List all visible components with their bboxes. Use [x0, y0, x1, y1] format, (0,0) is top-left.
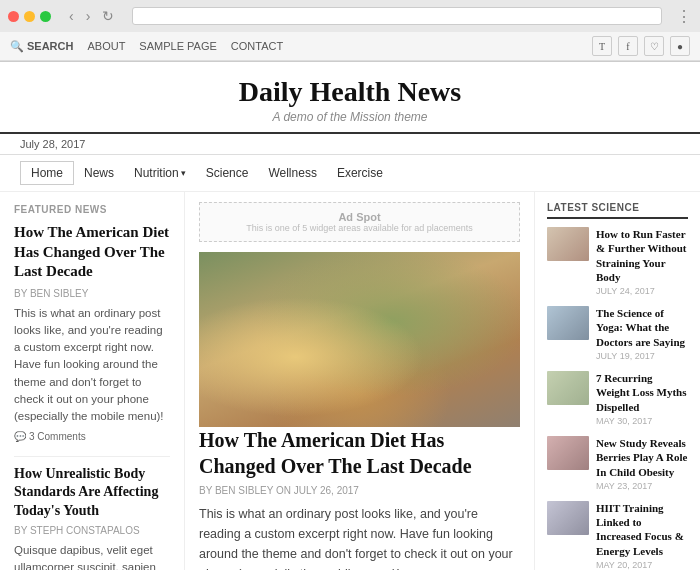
minimize-dot[interactable]: [24, 11, 35, 22]
main-post-excerpt: This is what an ordinary post looks like…: [199, 504, 520, 570]
main-content: Ad Spot This is one of 5 widget areas av…: [185, 192, 535, 570]
post-2-title[interactable]: How Unrealistic Body Standards Are Affec…: [14, 465, 170, 520]
science-thumb-1: [547, 227, 589, 261]
browser-titlebar: ‹ › ↻ ⋮: [0, 0, 700, 32]
instagram-icon[interactable]: ♡: [644, 36, 664, 56]
maximize-dot[interactable]: [40, 11, 51, 22]
latest-science-title: LATEST SCIENCE: [547, 202, 688, 219]
site-date: July 28, 2017: [0, 134, 700, 155]
facebook-icon[interactable]: f: [618, 36, 638, 56]
nav-news[interactable]: News: [74, 162, 124, 184]
search-icon: 🔍: [10, 40, 24, 53]
dropdown-arrow-icon: ▾: [181, 168, 186, 178]
list-item: How Unrealistic Body Standards Are Affec…: [14, 465, 170, 570]
nav-exercise[interactable]: Exercise: [327, 162, 393, 184]
science-thumb-5: [547, 501, 589, 535]
right-sidebar: LATEST SCIENCE How to Run Faster & Furth…: [535, 192, 700, 570]
toolbar-left: 🔍 SEARCH ABOUT SAMPLE PAGE CONTACT: [10, 40, 283, 53]
science-item-2-title[interactable]: The Science of Yoga: What the Doctors ar…: [596, 306, 688, 349]
content-area: FEATURED NEWS How The American Diet Has …: [0, 192, 700, 570]
nav-science[interactable]: Science: [196, 162, 259, 184]
site-header: Daily Health News A demo of the Mission …: [0, 62, 700, 134]
address-bar[interactable]: [132, 7, 662, 25]
science-item-1: How to Run Faster & Further Without Stra…: [547, 227, 688, 296]
main-nav: Home News Nutrition ▾ Science Wellness E…: [0, 155, 700, 192]
browser-nav: ‹ › ↻: [65, 6, 118, 26]
toolbar-right: T f ♡ ●: [592, 36, 690, 56]
site-title: Daily Health News: [20, 76, 680, 108]
ad-spot-top: Ad Spot This is one of 5 widget areas av…: [199, 202, 520, 242]
post-1-excerpt: This is what an ordinary post looks like…: [14, 305, 170, 426]
close-dot[interactable]: [8, 11, 19, 22]
ad-spot-top-subtitle: This is one of 5 widget areas available …: [208, 223, 511, 233]
science-item-5-title[interactable]: HIIT Training Linked to Increased Focus …: [596, 501, 688, 558]
science-item-3-title[interactable]: 7 Recurring Weight Loss Myths Dispelled: [596, 371, 688, 414]
back-button[interactable]: ‹: [65, 6, 78, 26]
page: Daily Health News A demo of the Mission …: [0, 62, 700, 570]
main-post-image: [199, 252, 520, 427]
nav-home[interactable]: Home: [20, 161, 74, 185]
forward-button[interactable]: ›: [82, 6, 95, 26]
nav-wellness[interactable]: Wellness: [258, 162, 326, 184]
science-item-1-title[interactable]: How to Run Faster & Further Without Stra…: [596, 227, 688, 284]
main-post-title[interactable]: How The American Diet Has Changed Over T…: [199, 427, 520, 479]
ad-spot-top-title: Ad Spot: [208, 211, 511, 223]
search-button[interactable]: 🔍 SEARCH: [10, 40, 73, 53]
post-1-author: BY BEN SIBLEY: [14, 288, 170, 299]
science-item-1-date: JULY 24, 2017: [596, 286, 688, 296]
food-image-bg: [199, 252, 520, 427]
browser-dots: [8, 11, 51, 22]
science-item-2-date: JULY 19, 2017: [596, 351, 688, 361]
twitter-icon[interactable]: T: [592, 36, 612, 56]
science-item-2: The Science of Yoga: What the Doctors ar…: [547, 306, 688, 361]
post-1-comments[interactable]: 💬 3 Comments: [14, 431, 170, 442]
science-item-5-date: MAY 20, 2017: [596, 560, 688, 570]
science-item-5: HIIT Training Linked to Increased Focus …: [547, 501, 688, 570]
post-2-excerpt: Quisque dapibus, velit eget ullamcorper …: [14, 542, 170, 570]
podcast-icon[interactable]: ●: [670, 36, 690, 56]
post-2-author: BY STEPH CONSTAPALOS: [14, 525, 170, 536]
about-link[interactable]: ABOUT: [87, 40, 125, 52]
sample-page-link[interactable]: SAMPLE PAGE: [139, 40, 216, 52]
science-thumb-4: [547, 436, 589, 470]
science-item-3: 7 Recurring Weight Loss Myths Dispelled …: [547, 371, 688, 426]
post-1-title[interactable]: How The American Diet Has Changed Over T…: [14, 223, 170, 282]
contact-link[interactable]: CONTACT: [231, 40, 283, 52]
refresh-button[interactable]: ↻: [98, 6, 118, 26]
featured-label: FEATURED NEWS: [14, 204, 170, 215]
sidebar-divider: [14, 456, 170, 457]
science-item-3-date: MAY 30, 2017: [596, 416, 688, 426]
science-thumb-3: [547, 371, 589, 405]
science-thumb-2: [547, 306, 589, 340]
browser-menu-button[interactable]: ⋮: [676, 7, 692, 26]
comment-icon: 💬: [14, 431, 26, 442]
main-post-meta: BY BEN SIBLEY ON JULY 26, 2017: [199, 485, 520, 496]
left-sidebar: FEATURED NEWS How The American Diet Has …: [0, 192, 185, 570]
science-item-4-date: MAY 23, 2017: [596, 481, 688, 491]
science-item-4: New Study Reveals Berries Play A Role In…: [547, 436, 688, 491]
nav-nutrition[interactable]: Nutrition ▾: [124, 162, 196, 184]
science-item-4-title[interactable]: New Study Reveals Berries Play A Role In…: [596, 436, 688, 479]
browser-toolbar: 🔍 SEARCH ABOUT SAMPLE PAGE CONTACT T f ♡…: [0, 32, 700, 61]
site-subtitle: A demo of the Mission theme: [20, 110, 680, 124]
browser-chrome: ‹ › ↻ ⋮ 🔍 SEARCH ABOUT SAMPLE PAGE CONTA…: [0, 0, 700, 62]
list-item: How The American Diet Has Changed Over T…: [14, 223, 170, 442]
